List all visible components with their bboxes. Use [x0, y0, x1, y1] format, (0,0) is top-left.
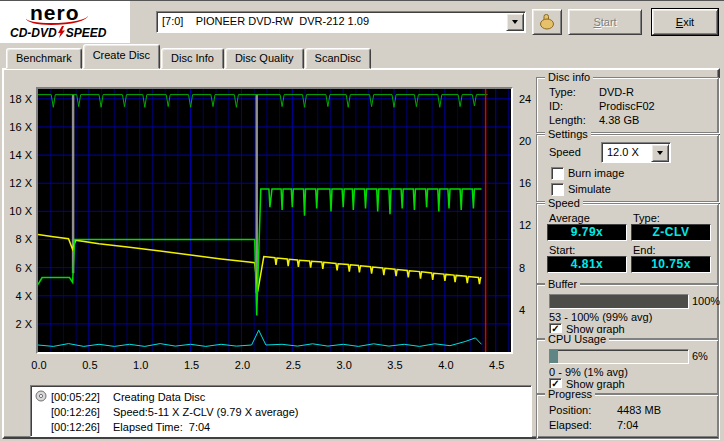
simulate-label: Simulate: [568, 183, 611, 195]
start-button[interactable]: Start: [568, 9, 642, 35]
product-name: CD-DVDSPEED: [10, 26, 106, 40]
elapsed-label: Elapsed:: [549, 419, 592, 431]
disc-id-value: ProdiscF02: [599, 100, 655, 112]
x-axis-label: 0.0: [29, 359, 49, 371]
start-button-label: Start: [593, 16, 616, 28]
position-label: Position:: [549, 404, 591, 416]
disc-info-group: Disc info Type: DVD-R ID: ProdiscF02 Len…: [536, 77, 719, 133]
buffer-title: Buffer: [545, 278, 580, 290]
start-label: Start:: [549, 244, 575, 256]
x-axis-label: 2.5: [283, 359, 303, 371]
x-axis-label: 3.5: [385, 359, 405, 371]
disc-length-label: Length:: [549, 114, 586, 126]
elapsed-value: 7:04: [617, 419, 638, 431]
drive-select-value: [7:0] PIONEER DVD-RW DVR-212 1.09: [162, 15, 369, 27]
buffer-percent: 100%: [692, 295, 720, 307]
x-axis-label: 2.0: [232, 359, 252, 371]
disc-type-label: Type:: [549, 86, 576, 98]
start-value: 4.81x: [547, 256, 627, 273]
product-name-cddvd: CD-DVD: [10, 26, 57, 40]
chevron-down-icon: [657, 151, 663, 155]
tab-disc-info[interactable]: Disc Info: [161, 48, 224, 69]
cpu-usage-group: CPU Usage 6% 0 - 9% (1% avg) ✓ Show grap…: [536, 339, 719, 394]
disc-type-value: DVD-R: [599, 86, 634, 98]
burn-image-checkbox[interactable]: [551, 167, 564, 180]
x-axis-label: 4.5: [487, 359, 507, 371]
cpu-meter-fill: [550, 350, 558, 363]
log-entry: [00:05:22] Creating Data Disc: [35, 389, 527, 404]
app-logo: nero CD-DVDSPEED: [0, 1, 130, 43]
end-label: End:: [633, 244, 656, 256]
series-write-speed: [38, 189, 482, 316]
buffer-meter-fill: [550, 295, 688, 308]
settings-title: Settings: [545, 128, 591, 140]
buffer-group: Buffer 100% 53 - 100% (99% avg) ✓ Show g…: [536, 284, 719, 339]
type-value: Z-CLV: [631, 224, 711, 241]
y-axis-left-label: 14 X: [6, 149, 32, 161]
tab-create-disc[interactable]: Create Disc: [83, 44, 160, 69]
exit-button-label: Exit: [676, 16, 694, 28]
log-timestamp: [00:12:26]: [51, 421, 113, 433]
speed-title: Speed: [545, 197, 583, 209]
x-axis-label: 3.0: [334, 359, 354, 371]
end-value: 10.75x: [631, 256, 711, 273]
simulate-checkbox[interactable]: [551, 183, 564, 196]
eject-tool-button[interactable]: [532, 9, 562, 35]
y-axis-left-label: 16 X: [6, 121, 32, 133]
position-value: 4483 MB: [617, 404, 661, 416]
disc-info-title: Disc info: [545, 71, 593, 83]
series-buffer-level: [38, 95, 488, 108]
progress-group: Progress Position: 4483 MB Elapsed: 7:04: [536, 394, 719, 439]
tab-bar: Benchmark Create Disc Disc Info Disc Qua…: [6, 47, 372, 69]
product-name-speed: SPEED: [66, 26, 107, 40]
average-label: Average: [549, 212, 590, 224]
x-axis-label: 4.0: [436, 359, 456, 371]
glove-icon: [537, 13, 557, 31]
speed-select-value: 12.0 X: [607, 146, 639, 158]
average-value: 9.79x: [547, 224, 627, 241]
disc-length-value: 4.38 GB: [599, 114, 639, 126]
lightning-icon: [58, 26, 65, 38]
cpu-usage-title: CPU Usage: [545, 333, 609, 345]
y-axis-left-label: 12 X: [6, 177, 32, 189]
status-log[interactable]: [00:05:22] Creating Data Disc [00:12:26]…: [30, 385, 532, 437]
log-message: Speed:5-11 X Z-CLV (9.79 X average): [113, 406, 298, 418]
x-axis-label: 0.5: [80, 359, 100, 371]
chart-plot-area: [36, 87, 513, 354]
tab-scandisc[interactable]: ScanDisc: [305, 48, 371, 69]
log-entry: [00:12:26] Speed:5-11 X Z-CLV (9.79 X av…: [35, 404, 527, 419]
cpu-range-text: 0 - 9% (1% avg): [549, 366, 628, 378]
burn-image-label: Burn image: [568, 167, 624, 179]
exit-button[interactable]: Exit: [652, 9, 718, 35]
y-axis-left-label: 6 X: [6, 262, 32, 274]
drive-select-combobox[interactable]: [7:0] PIONEER DVD-RW DVR-212 1.09: [156, 11, 526, 33]
log-timestamp: [00:12:26]: [51, 406, 113, 418]
y-axis-left-label: 2 X: [6, 318, 32, 330]
y-axis-left-label: 10 X: [6, 205, 32, 217]
nero-cd-dvd-speed-window: nero CD-DVDSPEED [7:0] PIONEER DVD-RW DV…: [0, 0, 724, 441]
log-entry-icon: [35, 390, 51, 404]
log-message: Elapsed Time: 7:04: [113, 421, 210, 433]
speed-select-dropdown[interactable]: 12.0 X: [601, 142, 671, 163]
speed-select-dropdown-button[interactable]: [651, 144, 669, 162]
y-axis-left-label: 4 X: [6, 290, 32, 302]
progress-title: Progress: [545, 388, 595, 400]
chevron-down-icon: [512, 20, 518, 24]
chart-canvas: [38, 89, 511, 352]
tab-disc-quality[interactable]: Disc Quality: [225, 48, 304, 69]
buffer-meter: [549, 294, 689, 309]
x-axis-label: 1.5: [182, 359, 202, 371]
speed-select-label: Speed: [549, 146, 581, 158]
log-message: Creating Data Disc: [113, 391, 205, 403]
y-axis-left-label: 8 X: [6, 233, 32, 245]
type-label: Type:: [633, 212, 660, 224]
cpu-percent: 6%: [692, 350, 708, 362]
log-entry: [00:12:26] Elapsed Time: 7:04: [35, 419, 527, 434]
speed-group: Speed Average Type: 9.79x Z-CLV Start: E…: [536, 203, 719, 284]
settings-group: Settings Speed 12.0 X Burn image Simulat…: [536, 134, 719, 202]
y-axis-left-label: 18 X: [6, 93, 32, 105]
tab-benchmark[interactable]: Benchmark: [6, 48, 82, 69]
drive-select-dropdown-button[interactable]: [506, 13, 524, 31]
x-axis-label: 1.0: [131, 359, 151, 371]
cpu-meter: [549, 349, 689, 364]
